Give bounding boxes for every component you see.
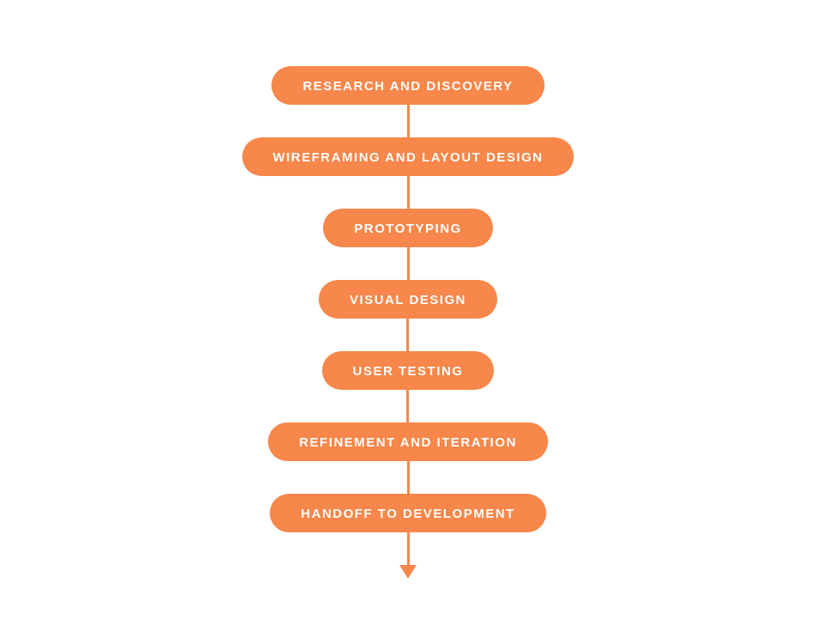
flow-item-visual-design: VISUAL DESIGN [319,280,497,351]
connector-line [407,105,410,137]
pill-visual-design: VISUAL DESIGN [319,280,497,319]
pill-refinement: REFINEMENT AND ITERATION [268,422,548,461]
flow-item-research: RESEARCH AND DISCOVERY [271,66,544,137]
connector-line [406,390,409,422]
connector-line [407,176,410,209]
connector-line [407,247,410,280]
final-connector [407,532,410,565]
pill-wireframing: WIREFRAMING AND LAYOUT DESIGN [242,137,575,176]
flow-item-user-testing: USER TESTING [322,351,495,422]
connector-line [407,461,410,494]
connector-line [406,319,409,351]
flow-item-handoff: HANDOFF TO DEVELOPMENT [270,494,545,532]
arrow-down-icon [399,565,417,579]
pill-user-testing: USER TESTING [322,351,495,390]
pill-research: RESEARCH AND DISCOVERY [271,66,544,105]
flow-item-prototyping: PROTOTYPING [323,209,492,280]
flow-item-wireframing: WIREFRAMING AND LAYOUT DESIGN [242,137,575,209]
flow-item-refinement: REFINEMENT AND ITERATION [268,422,548,494]
flowchart: RESEARCH AND DISCOVERYWIREFRAMING AND LA… [242,66,575,579]
pill-handoff: HANDOFF TO DEVELOPMENT [270,494,545,532]
pill-prototyping: PROTOTYPING [323,209,492,247]
